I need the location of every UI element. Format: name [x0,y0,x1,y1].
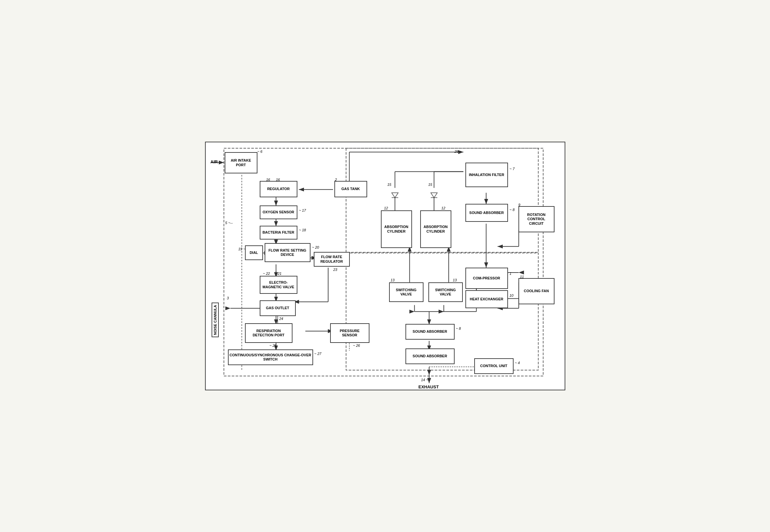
ref-7: ~ 7 [510,167,515,171]
ref-10: 10 [510,293,513,297]
gas-outlet-box: GAS OUTLET [260,300,296,316]
switching-valve-1-box: SWITCHING VALVE [389,282,423,302]
ref-2: 2 [335,178,337,182]
ref-14: 14 ~ [421,378,428,382]
ref-16: 16 [266,178,270,182]
ref-24: 24 [279,317,283,321]
ref-27: ~ 27 [314,352,322,356]
ref-15-left: 15 [387,183,391,186]
ref-17: ~ 17 [299,208,306,212]
absorption-cylinder-2-box: ABSORPTION CYLINDER [420,210,451,248]
pressure-sensor-box: PRESSURE SENSOR [330,323,369,343]
compressor-box: COM-PRESSOR [465,268,508,289]
bacteria-filter-box: BACTERIA FILTER [260,226,297,239]
flow-rate-regulator-box: FLOW RATE REGULATOR [314,252,350,267]
ref-9: 9 [518,203,520,207]
flow-rate-setting-box: FLOW RATE SETTING DEVICE [265,243,311,262]
air-label: AIR [211,159,218,164]
ref-8-top: ~ 8 [510,208,515,212]
regulator-box: REGULATOR [260,181,297,197]
ref-26: ~ 26 [353,344,360,347]
ref-21: 21 [278,272,282,275]
ref-15-right: 15 [428,183,432,186]
ref-22: ~ 22 [263,272,270,275]
rotation-control-box: ROTATION CONTROL CIRCUIT [518,206,554,232]
ref-19: 19 ~ [239,247,246,251]
ref-12-left: 12 [384,206,388,210]
ref-18: ~ 18 [299,228,306,232]
ref-23: 23 [333,268,337,272]
cooling-fan-box: COOLING FAN [518,278,554,304]
ref-4: ~ 4 [515,361,520,365]
switching-valve-2-box: SWITCHING VALVE [428,282,463,302]
svg-marker-55 [431,193,437,198]
ref-12-right: 12 [441,206,445,210]
absorption-cylinder-1-box: ABSORPTION CYLINDER [381,210,412,248]
sound-absorber-mid1-box: SOUND ABSORBER [405,324,455,340]
dial-box: DIAL [245,245,263,260]
ref-13-right: 13 [453,278,457,282]
ref-25: ~ 25 [270,344,277,347]
ref-16-pos: 16 [276,178,280,182]
svg-marker-53 [391,193,398,198]
ref-3: 3 [227,296,229,300]
diagram-container: AIR ~ 6 AIR INTAKE PORT 29 ~ INHALATION … [205,142,565,390]
ref-13-left: 13 [391,278,395,282]
exhaust-label: EXHAUST [419,384,438,389]
ref-8-mid1: ~ 8 [456,327,461,330]
ref-29: 29 ~ [455,150,462,153]
sound-absorber-top-box: SOUND ABSORBER [465,204,508,222]
gas-tank-box: GAS TANK [334,181,367,197]
ref-1: 1 [510,272,511,275]
ref-11: 11 [520,275,524,279]
continuous-switch-box: CONTINUOUS/SYNCHRONOUS CHANGE-OVER SWITC… [228,349,313,365]
sound-absorber-mid2-box: SOUND ABSORBER [405,348,455,364]
respiration-detection-box: RESPIRATION DETECTION PORT [245,323,293,343]
heat-exchanger-box: HEAT EXCHANGER [465,290,508,308]
air-intake-port-box: AIR INTAKE PORT [225,152,258,173]
inhalation-filter-box: INHALATION FILTER [465,163,508,187]
ref-20: ~ 20 [312,245,319,249]
electromagnetic-valve-box: ELECTRO-MAGNETIC VALVE [260,276,297,294]
ref-6: ~ 6 [258,150,263,153]
control-unit-box: CONTROL UNIT [474,358,513,374]
ref-5: 5 ~-- [225,221,233,225]
oxygen-sensor-box: OXYGEN SENSOR [260,205,297,219]
noise-cannula-label: NOISE CANNULA [212,303,219,337]
